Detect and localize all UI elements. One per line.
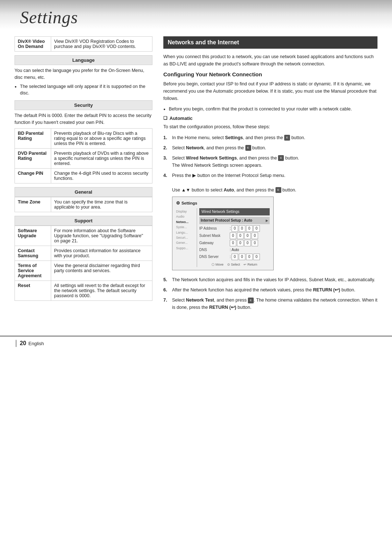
step-7-text: Select Network Test, and then press E. T… <box>172 296 377 311</box>
step-4-num: 4. <box>163 172 169 179</box>
screen-title-text: Settings <box>181 200 197 207</box>
right-column: Networks and the Internet When you conne… <box>163 36 377 314</box>
sub-v2: 0 <box>237 233 244 239</box>
step-5-num: 5. <box>163 276 169 283</box>
automatic-title: Automatic <box>163 116 377 121</box>
btn-icon-3: E <box>278 155 284 161</box>
language-bullet: The selected language will only appear i… <box>20 83 152 97</box>
dns-label: DNS <box>199 247 228 253</box>
page-title: Settings <box>20 7 78 27</box>
terms-text: View the general disclaimer regarding th… <box>51 261 152 280</box>
divx-table: DivX® VideoOn Demand View DivX® VOD Regi… <box>15 36 152 52</box>
dvd-parental-label: DVD ParentalRating <box>15 148 51 168</box>
dns-v4: 0 <box>253 254 260 260</box>
software-upgrade-label: SoftwareUpgrade <box>15 226 51 246</box>
dns-row: DNS : Auto <box>199 247 270 253</box>
time-zone-row: Time Zone You can specify the time zone … <box>15 197 152 212</box>
configuring-title: Configuring Your Network Connection <box>163 71 377 77</box>
gw-v2: 0 <box>237 240 244 246</box>
screen-menu-support: Suppo... <box>176 246 195 251</box>
divx-text: View DivX® VOD Registration Codes to pur… <box>51 37 152 52</box>
reset-label: Reset <box>15 280 51 300</box>
screen-sub-header: Wired Network Settings <box>199 208 270 215</box>
screen-menu-display: Display <box>176 209 195 214</box>
footer-return: ↩ Return <box>244 262 257 267</box>
step-6-text: After the Network function has acquired … <box>172 286 377 294</box>
gateway-val: 0 0 0 0 <box>230 240 258 246</box>
support-header: Support <box>15 216 152 226</box>
terms-label: Terms ofServiceAgreement <box>15 261 51 280</box>
time-zone-label: Time Zone <box>15 197 51 212</box>
language-header: Language <box>15 55 152 65</box>
ip-v1: 0 <box>232 225 238 232</box>
gateway-row: Gateway 0 0 0 0 <box>199 239 270 247</box>
divx-label: DivX® VideoOn Demand <box>15 37 51 52</box>
step-4-text: Press the ▶ button on the Internet Proto… <box>172 172 377 274</box>
step-3: 3. Select Wired Network Settings, and th… <box>163 154 377 169</box>
sub-v3: 0 <box>244 233 251 239</box>
ip-v4: 0 <box>253 225 260 232</box>
screen-footer: ⬡ Move ⊙ Select ↩ Return <box>199 262 270 267</box>
dns-v1: 0 <box>232 254 238 260</box>
general-header: General <box>15 187 152 197</box>
step-7-num: 7. <box>163 296 169 304</box>
change-pin-text: Change the 4-digit PIN used to access se… <box>51 168 152 183</box>
gw-v1: 0 <box>230 240 236 246</box>
step-5-text: The Network function acquires and fills … <box>172 276 377 283</box>
btn-icon-7: E <box>248 298 254 303</box>
dns-server-label: DNS Server <box>199 254 228 260</box>
steps-list: 1. In the Home menu, select Settings, an… <box>163 134 377 311</box>
reset-row: Reset All settings will revert to the de… <box>15 280 152 300</box>
steps-intro: To start the configuration process, foll… <box>163 123 377 130</box>
automatic-label: Automatic <box>170 116 193 121</box>
step-1-text: In the Home menu, select Settings, and t… <box>172 134 377 141</box>
support-table: SoftwareUpgrade For more information abo… <box>15 226 152 301</box>
gear-icon: ⚙ <box>176 200 180 207</box>
internet-protocol-arrow: ▶ <box>266 218 268 223</box>
internet-protocol-label: Internet Protocol Setup : Auto <box>201 218 264 223</box>
dns-server-val: : 0 0 0 0 <box>230 254 260 260</box>
page-language: English <box>28 341 44 346</box>
security-desc: The default PIN is 0000. Enter the defau… <box>15 112 152 126</box>
screen-menu-language: Langu... <box>176 230 195 235</box>
subnet-row: Subnet Mask 0 0 0 0 <box>199 232 270 239</box>
security-table: BD ParentalRating Prevents playback of B… <box>15 128 152 183</box>
screen-menu-general: Gener... <box>176 240 195 245</box>
step-7: 7. Select Network Test, and then press E… <box>163 296 377 311</box>
gw-v3: 0 <box>244 240 251 246</box>
btn-icon-1: E <box>284 135 290 141</box>
step-6: 6. After the Network function has acquir… <box>163 286 377 294</box>
software-upgrade-text: For more information about the Software … <box>51 226 152 246</box>
subnet-label: Subnet Mask <box>199 233 228 239</box>
dvd-parental-text: Prevents playback of DVDs with a rating … <box>51 148 152 168</box>
software-upgrade-row: SoftwareUpgrade For more information abo… <box>15 226 152 246</box>
bd-parental-text: Prevents playback of Blu-ray Discs with … <box>51 128 152 148</box>
step-2-num: 2. <box>163 144 169 152</box>
contact-samsung-text: Provides contact information for assista… <box>51 246 152 261</box>
footer-select: ⊙ Select <box>227 262 240 267</box>
sub-v4: 0 <box>252 233 258 239</box>
before-bullets: Before you begin, confirm that the produ… <box>163 106 377 113</box>
language-desc: You can select the language you prefer f… <box>15 67 152 81</box>
step-3-text: Select Wired Network Settings, and then … <box>172 154 377 169</box>
step-3-num: 3. <box>163 154 169 162</box>
divx-row: DivX® VideoOn Demand View DivX® VOD Regi… <box>15 37 152 52</box>
ip-val: : 0 0 0 0 <box>230 225 260 232</box>
ip-v3: 0 <box>246 225 253 232</box>
step-2: 2. Select Network, and then press the E … <box>163 144 377 152</box>
gw-v4: 0 <box>252 240 258 246</box>
ip-row: IP Address : 0 0 0 0 <box>199 225 270 232</box>
dns-val: : Auto <box>230 247 239 253</box>
before-bullet: Before you begin, confirm that the produ… <box>169 106 377 113</box>
change-pin-row: Change PIN Change the 4-digit PIN used t… <box>15 168 152 183</box>
btn-icon-2: E <box>245 145 251 151</box>
step-5: 5. The Network function acquires and fil… <box>163 276 377 283</box>
dvd-parental-row: DVD ParentalRating Prevents playback of … <box>15 148 152 168</box>
step-2-text: Select Network, and then press the E but… <box>172 144 377 152</box>
contact-samsung-row: ContactSamsung Provides contact informat… <box>15 246 152 261</box>
step-1-num: 1. <box>163 134 169 141</box>
screen-box: ⚙ Settings Display Audio Netwo... Syste.… <box>172 197 274 271</box>
screen-menu-network: Netwo... <box>176 219 195 225</box>
terms-row: Terms ofServiceAgreement View the genera… <box>15 261 152 280</box>
change-pin-label: Change PIN <box>15 168 51 183</box>
